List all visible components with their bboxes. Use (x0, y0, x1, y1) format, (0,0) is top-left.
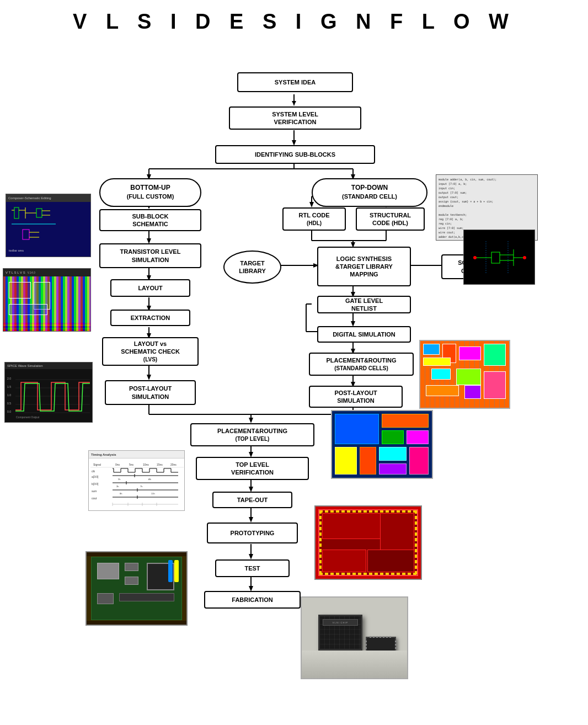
system-level-verification-label: SYSTEM LEVEL VERIFICATION (272, 110, 318, 126)
digital-simulation-label: DIGITAL SIMULATION (333, 330, 395, 338)
svg-text:0.5: 0.5 (7, 402, 11, 405)
svg-point-98 (523, 256, 526, 259)
placement-routing-std-box: PLACEMENT&ROUTING(STANDARD CELLS) (309, 353, 414, 376)
chip-packages-screenshot: VLSI CHIP (301, 596, 408, 679)
placement-routing-top-label: PLACEMENT&ROUTING(TOP LEVEL) (217, 427, 287, 443)
bottom-up-label: BOTTOM-UP(FULL CUSTOM) (127, 184, 174, 201)
fabrication-box: FABRICATION (204, 591, 301, 609)
svg-rect-75 (23, 230, 29, 239)
post-layout-sim-left-box: POST-LAYOUTSIMULATION (105, 380, 196, 405)
svg-text:20ns: 20ns (170, 463, 177, 466)
layout-label: LAYOUT (138, 284, 162, 292)
svg-text:sum: sum (92, 489, 97, 493)
top-down-box: TOP-DOWN(STANDARD CELL) (312, 178, 427, 207)
svg-text:7h: 7h (140, 485, 142, 488)
svg-point-97 (473, 256, 477, 259)
svg-text:Ah: Ah (148, 478, 151, 481)
target-library-label: TARGETLIBRARY (239, 259, 265, 275)
extraction-box: EXTRACTION (110, 310, 190, 326)
prototyping-box: PROTOTYPING (207, 523, 298, 543)
svg-marker-56 (249, 517, 253, 523)
page-title: V L S I D E S I G N F L O W (0, 0, 588, 39)
gate-level-netlist-box: GATE LEVELNETLIST (317, 296, 411, 313)
svg-text:8h: 8h (120, 492, 122, 495)
svg-text:0ns: 0ns (115, 463, 120, 466)
post-layout-sim-right-box: POST-LAYOUTSIMULATION (309, 386, 403, 408)
flow-diagram: SYSTEM IDEA SYSTEM LEVEL VERIFICATION ID… (0, 39, 588, 725)
placement-routing-top-box: PLACEMENT&ROUTING(TOP LEVEL) (190, 423, 314, 446)
bottom-up-box: BOTTOM-UP(FULL CUSTOM) (99, 178, 201, 207)
svg-text:15ns: 15ns (157, 463, 163, 466)
prototyping-label: PROTOTYPING (231, 529, 275, 537)
logic-synthesis-label: LOGIC SYNTHESIS&TARGET LIBRARYMAPPING (335, 255, 393, 279)
transistor-level-simulation-label: TRANSISTOR LEVELSIMULATION (120, 248, 181, 264)
structural-code-box: STRUCTURALCODE (HDL) (356, 207, 425, 231)
layout-vs-schematic-label: LAYOUT vsSCHEMATIC CHECK(LVS) (121, 340, 180, 364)
board-photo-screenshot (85, 551, 188, 626)
system-idea-box: SYSTEM IDEA (237, 72, 353, 92)
svg-text:a[3:0]: a[3:0] (92, 475, 99, 478)
svg-rect-66 (14, 207, 19, 218)
identifying-sub-blocks-label: IDENTIFYING SUB-BLOCKS (255, 151, 335, 158)
waveform-screenshot: SPICE Wave Simulation 2.0 1.5 1.0 0.5 0.… (4, 362, 93, 423)
extraction-label: EXTRACTION (131, 314, 170, 322)
layout-vs-schematic-box: LAYOUT vsSCHEMATIC CHECK(LVS) (102, 337, 199, 366)
svg-text:cout: cout (92, 497, 97, 500)
system-level-verification-box: SYSTEM LEVEL VERIFICATION (229, 106, 361, 130)
fabrication-label: FABRICATION (232, 596, 272, 604)
svg-text:10ns: 10ns (143, 463, 149, 466)
target-library-box: TARGETLIBRARY (223, 250, 281, 284)
svg-text:1.0: 1.0 (7, 393, 11, 397)
digital-simulation-box: DIGITAL SIMULATION (317, 326, 411, 343)
post-layout-sim-right-label: POST-LAYOUTSIMULATION (334, 389, 377, 405)
svg-text:clk: clk (92, 470, 95, 473)
timing-analysis-screenshot: Timing Analysis Signal 0ns 5ns 10ns 15ns… (88, 450, 185, 511)
sub-block-schematic-label: SUB-BLOCKSCHEMATIC (132, 212, 169, 228)
svg-text:Signal: Signal (93, 463, 101, 466)
svg-marker-22 (147, 375, 151, 380)
rtl-code-label: RTL CODE(HDL) (298, 211, 329, 227)
svg-text:Component Output: Component Output (16, 415, 40, 419)
tape-out-box: TAPE-OUT (212, 492, 292, 508)
svg-marker-1 (292, 101, 296, 105)
svg-text:0.0: 0.0 (7, 410, 11, 413)
svg-marker-58 (249, 554, 253, 559)
pr-top-screenshot (331, 410, 433, 479)
svg-text:5h: 5h (118, 478, 120, 481)
svg-text:11h: 11h (151, 492, 155, 495)
post-layout-sim-left-label: POST-LAYOUTSIMULATION (129, 385, 172, 401)
tape-out-label: TAPE-OUT (237, 496, 268, 504)
svg-marker-25 (309, 202, 314, 207)
layout-box: LAYOUT (110, 279, 190, 297)
schematic-capture-screenshot (463, 230, 535, 285)
logic-synthesis-box: LOGIC SYNTHESIS&TARGET LIBRARYMAPPING (317, 247, 411, 286)
svg-marker-50 (249, 418, 253, 423)
sub-block-schematic-box: SUB-BLOCKSCHEMATIC (99, 209, 201, 231)
top-down-label: TOP-DOWN(STANDARD CELL) (342, 184, 397, 201)
identifying-sub-blocks-box: IDENTIFYING SUB-BLOCKS (215, 145, 375, 164)
svg-text:b[3:0]: b[3:0] (92, 482, 99, 486)
top-level-verification-label: TOP LEVELVERIFICATION (231, 461, 274, 477)
svg-rect-71 (36, 209, 42, 217)
chip-photo-screenshot (314, 505, 422, 580)
transistor-level-simulation-box: TRANSISTOR LEVELSIMULATION (99, 243, 201, 268)
svg-text:1.5: 1.5 (7, 385, 11, 388)
structural-code-label: STRUCTURALCODE (HDL) (370, 211, 411, 227)
system-idea-label: SYSTEM IDEA (275, 78, 316, 86)
layout-screenshot: V T L S L V S V.14.0 (3, 268, 91, 332)
svg-text:3h: 3h (116, 485, 119, 488)
rtl-code-box: RTL CODE(HDL) (282, 207, 346, 231)
svg-text:2.0: 2.0 (7, 377, 11, 380)
gate-level-netlist-label: GATE LEVELNETLIST (345, 297, 383, 313)
test-box: TEST (215, 559, 290, 577)
schematic-screenshot: Composer-Schematic Editing toolbar area (6, 194, 91, 257)
svg-text:5ns: 5ns (129, 463, 134, 466)
top-level-verification-box: TOP LEVELVERIFICATION (196, 457, 309, 480)
placement-routing-std-label: PLACEMENT&ROUTING(STANDARD CELLS) (326, 356, 396, 372)
test-label: TEST (244, 564, 260, 572)
svg-text:toolbar area: toolbar area (9, 249, 24, 252)
pr-std-screenshot (419, 340, 510, 409)
